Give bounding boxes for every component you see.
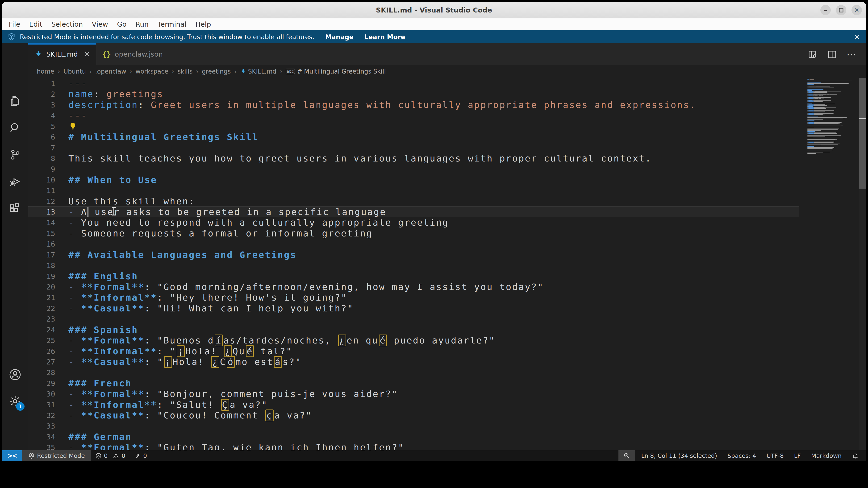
tab-label: openclaw.json — [115, 50, 163, 58]
minimap-line — [807, 116, 818, 117]
minimap-line — [814, 133, 837, 134]
restricted-mode-status[interactable]: Restricted Mode — [22, 450, 91, 461]
unicode-highlight: ¿ — [224, 346, 232, 357]
minimap-line — [807, 152, 830, 152]
editor-pane[interactable]: 1234567891011121314151617181920212223242… — [28, 78, 866, 450]
encoding-status[interactable]: UTF-8 — [762, 450, 788, 461]
scrollbar-cursor-marker — [859, 118, 866, 119]
menu-selection[interactable]: Selection — [47, 20, 88, 28]
minimap-line — [807, 83, 849, 84]
minimap-line — [807, 136, 839, 136]
minimap-line — [808, 97, 813, 98]
banner-close-icon[interactable]: ✕ — [854, 33, 860, 41]
explorer-icon[interactable] — [2, 89, 28, 113]
restore-button[interactable] — [836, 5, 846, 15]
minimap-line — [808, 113, 814, 114]
line-number: 22 — [46, 303, 55, 314]
eol-status[interactable]: LF — [790, 450, 805, 461]
minimap-line — [807, 79, 809, 80]
minimap-line — [807, 131, 815, 132]
run-debug-icon[interactable] — [2, 170, 28, 193]
menu-terminal[interactable]: Terminal — [153, 20, 191, 28]
shield-icon — [7, 33, 16, 41]
settings-gear-icon[interactable]: 1 — [2, 389, 28, 413]
code-line: name: greetings — [68, 89, 163, 100]
line-number: 35 — [46, 442, 55, 450]
menu-go[interactable]: Go — [113, 20, 131, 28]
line-number: 30 — [46, 389, 55, 399]
minimap-line — [808, 107, 814, 107]
breadcrumb-item[interactable]: home — [37, 68, 54, 75]
line-number: 10 — [46, 175, 55, 185]
split-editor-icon[interactable] — [827, 50, 837, 59]
minimap-line — [808, 100, 813, 101]
learn-more-link[interactable]: Learn More — [365, 33, 405, 40]
notifications-bell-icon[interactable] — [848, 450, 863, 461]
minimap[interactable] — [806, 79, 859, 450]
minimap-line — [807, 121, 814, 121]
breadcrumb-separator: › — [170, 68, 176, 75]
minimap-line — [814, 150, 832, 151]
close-button[interactable]: ✕ — [851, 5, 862, 15]
open-preview-icon[interactable] — [808, 50, 818, 59]
tab-close-icon[interactable]: ✕ — [84, 50, 90, 59]
menu-run[interactable]: Run — [131, 20, 153, 28]
editor-scrollbar[interactable] — [859, 78, 866, 450]
scrollbar-thumb[interactable] — [859, 78, 866, 189]
code-line: - **Informal**: "Hey there! How's it goi… — [68, 292, 347, 303]
tab-bar: SKILL.md✕{}openclaw.json ⋯ — [28, 43, 866, 65]
remote-indicator[interactable]: >< — [2, 450, 22, 461]
minimap-line — [814, 104, 825, 105]
breadcrumb-item[interactable]: abc# Multilingual Greetings Skill — [286, 68, 386, 75]
source-control-icon[interactable] — [2, 143, 28, 166]
minimize-button[interactable]: – — [820, 5, 831, 15]
minimap-line — [807, 82, 821, 83]
lightbulb-icon[interactable] — [69, 122, 77, 131]
minimap-line — [808, 142, 814, 143]
minimap-line — [820, 95, 823, 95]
minimap-line — [807, 146, 814, 147]
indentation-status[interactable]: Spaces: 4 — [723, 450, 760, 461]
code-line: description: Greet users in multiple lan… — [68, 100, 696, 110]
tab-skill-md[interactable]: SKILL.md✕ — [28, 43, 96, 65]
menu-edit[interactable]: Edit — [25, 20, 47, 28]
cursor-position-status[interactable]: Ln 8, Col 11 (34 selected) — [637, 450, 721, 461]
breadcrumb-item[interactable]: greetings — [202, 68, 231, 75]
minimap-line — [814, 113, 834, 114]
tab-openclaw-json[interactable]: {}openclaw.json — [96, 43, 169, 65]
more-actions-icon[interactable]: ⋯ — [846, 52, 857, 57]
breadcrumb-item[interactable]: workspace — [135, 68, 168, 75]
menu-file[interactable]: File — [4, 20, 25, 28]
problems-status[interactable]: 0 0 — [91, 450, 130, 461]
minimap-line — [807, 135, 841, 135]
search-icon[interactable] — [2, 116, 28, 139]
unicode-highlight: ó — [227, 356, 235, 368]
minimap-line — [808, 151, 814, 151]
line-number: 18 — [46, 260, 55, 271]
menu-view[interactable]: View — [87, 20, 113, 28]
minimap-line — [807, 103, 812, 103]
vscode-window: SKILL.md - Visual Studio Code – ✕ FileEd… — [2, 2, 866, 461]
breadcrumb-item[interactable]: skills — [178, 68, 193, 75]
mouse-ibeam-cursor — [111, 207, 117, 216]
manage-link[interactable]: Manage — [325, 33, 353, 40]
unicode-highlight: ¿ — [338, 334, 346, 346]
minimap-line — [814, 108, 826, 109]
extensions-icon[interactable] — [2, 197, 28, 220]
menu-help[interactable]: Help — [191, 20, 216, 28]
minimap-line — [814, 104, 835, 104]
code-line: --- — [68, 110, 88, 121]
zoom-indicator[interactable] — [618, 450, 635, 461]
ports-status[interactable]: 0 — [129, 450, 151, 461]
breadcrumb-item[interactable]: Ubuntu — [63, 68, 86, 75]
breadcrumb-item[interactable]: .openclaw — [95, 68, 126, 75]
minimap-line — [807, 145, 821, 145]
minimap-line — [807, 128, 839, 129]
errors-count: 0 — [104, 452, 108, 459]
breadcrumb-item[interactable]: SKILL.md — [240, 68, 276, 75]
line-number: 26 — [46, 346, 55, 357]
accounts-icon[interactable] — [2, 363, 28, 386]
line-number: 15 — [46, 228, 55, 239]
settings-badge: 1 — [16, 402, 25, 411]
language-mode-status[interactable]: Markdown — [807, 450, 846, 461]
